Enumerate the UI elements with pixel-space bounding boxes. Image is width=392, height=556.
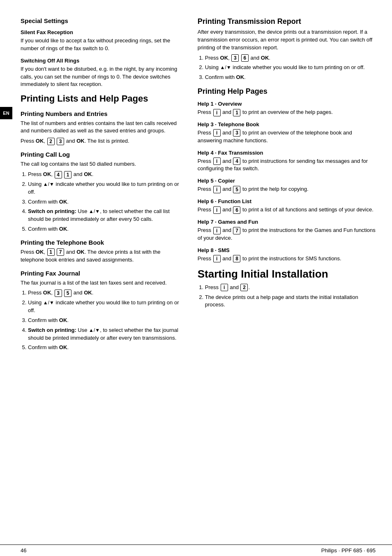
- key-i1: i: [213, 109, 221, 116]
- list-item: Using ▲/▼ indicate whether you would lik…: [205, 64, 376, 72]
- key-i6: i: [213, 206, 221, 214]
- right-column: Printing Transmission Report After every…: [191, 12, 376, 354]
- key-3: 3: [57, 138, 64, 145]
- call-log-steps: Press OK, 4 1 and OK. Using ▲/▼ indicate…: [21, 171, 181, 233]
- key-i5: i: [213, 186, 221, 193]
- key-i7: i: [213, 227, 221, 234]
- key-7: 7: [57, 248, 64, 256]
- fax-journal-steps: Press OK, 3 5 and OK. Using ▲/▼ indicate…: [21, 289, 181, 352]
- numbers-entries-heading: Printing Numbers and Entries: [21, 110, 181, 117]
- help8-heading: Help 8 · SMS: [198, 247, 376, 253]
- left-column: Special Settings Silent Fax Reception If…: [21, 12, 191, 354]
- telephone-book-heading: Printing the Telephone Book: [21, 239, 181, 246]
- list-item: Switch on printing: Use ▲/▼, to select w…: [28, 327, 181, 342]
- help6-heading: Help 6 · Function List: [198, 198, 376, 204]
- transmission-report-text: After every transmission, the device pri…: [198, 28, 376, 52]
- printing-lists-title: Printing Lists and Help Pages: [21, 93, 181, 104]
- ok-bold-1: OK: [36, 138, 44, 144]
- numbers-entries-instruction: Press OK, 2 3 and OK. The list is printe…: [21, 137, 181, 145]
- help3-text: Press i and 3 to print an overview of th…: [198, 129, 376, 145]
- numbers-entries-text: The list of numbers and entries contains…: [21, 120, 181, 135]
- list-item: Press OK, 3 6 and OK.: [205, 54, 376, 62]
- key-3b: 3: [231, 54, 239, 62]
- list-item: Press OK, 4 1 and OK.: [28, 171, 181, 178]
- switching-off-text: If you don't want to be disturbed, e.g. …: [21, 65, 181, 89]
- key-5b: 5: [233, 186, 240, 193]
- help8-text: Press i and 8 to print the instructions …: [198, 255, 376, 263]
- help1-text: Press i and 1 to print an overview of th…: [198, 109, 376, 116]
- list-item: Switch on printing: Use ▲/▼, to select w…: [28, 208, 181, 223]
- arrow-symbol: ▲/▼: [43, 181, 54, 187]
- help1-heading: Help 1 · Overview: [198, 101, 376, 107]
- list-item: The device prints out a help page and st…: [205, 294, 376, 309]
- key-i9: i: [221, 284, 228, 291]
- call-log-text: The call log contains the last 50 dialle…: [21, 160, 181, 168]
- silent-fax-heading: Silent Fax Reception: [21, 29, 181, 35]
- footer: 46 Philips · PPF 685 · 695: [0, 544, 392, 556]
- fax-journal-heading: Printing Fax Journal: [21, 270, 181, 277]
- silent-fax-text: If you would like to accept a fax withou…: [21, 37, 181, 53]
- footer-page-number: 46: [21, 547, 26, 554]
- help7-text: Press i and 7 to print the instructions …: [198, 227, 376, 242]
- language-label: EN: [3, 111, 9, 116]
- list-item: Confirm with OK.: [28, 344, 181, 352]
- starting-install-steps: Press i and 2. The device prints out a h…: [198, 284, 376, 309]
- key-5: 5: [64, 290, 71, 297]
- list-item: Confirm with OK.: [28, 317, 181, 324]
- silent-fax-text-content: If you would like to accept a fax withou…: [21, 37, 170, 51]
- help6-text: Press i and 6 to print a list of all fun…: [198, 206, 376, 214]
- key-4: 4: [55, 171, 62, 178]
- list-item: Press OK, 3 5 and OK.: [28, 289, 181, 297]
- page: EN Special Settings Silent Fax Reception…: [0, 0, 392, 556]
- help7-heading: Help 7 · Games and Fun: [198, 219, 376, 225]
- key-7b: 7: [233, 227, 240, 234]
- key-i4: i: [213, 158, 221, 165]
- list-item: Confirm with OK.: [28, 225, 181, 233]
- key-1: 1: [64, 171, 71, 178]
- key-4b: 4: [233, 158, 240, 165]
- help-pages-title: Printing Help Pages: [198, 87, 376, 96]
- key-3a: 3: [55, 290, 62, 297]
- language-tab: EN: [0, 107, 12, 119]
- list-item: Press i and 2.: [205, 284, 376, 292]
- key-8: 8: [233, 255, 240, 262]
- ok-bold-2: OK: [76, 138, 85, 144]
- key-1c: 1: [233, 109, 240, 116]
- help4-heading: Help 4 · Fax Transmission: [198, 150, 376, 156]
- starting-install-title: Starting Initial Installation: [198, 268, 376, 280]
- footer-brand: Philips · PPF 685 · 695: [321, 547, 376, 554]
- transmission-report-title: Printing Transmission Report: [198, 17, 376, 26]
- list-item: Using ▲/▼ indicate whether you would lik…: [28, 181, 181, 196]
- help5-heading: Help 5 · Copier: [198, 178, 376, 184]
- key-i3: i: [213, 129, 221, 137]
- fax-journal-text: The fax journal is a list of the last te…: [21, 279, 181, 287]
- key-6: 6: [241, 54, 249, 62]
- key-1b: 1: [47, 248, 55, 256]
- key-i8: i: [213, 255, 221, 262]
- help4-text: Press i and 4 to print instructions for …: [198, 158, 376, 173]
- list-item: Confirm with OK.: [28, 198, 181, 206]
- transmission-report-steps: Press OK, 3 6 and OK. Using ▲/▼ indicate…: [198, 54, 376, 82]
- list-item: Using ▲/▼ indicate whether you would lik…: [28, 299, 181, 315]
- key-2b: 2: [240, 284, 248, 291]
- switching-off-text-content: If you don't want to be disturbed, e.g. …: [21, 66, 177, 88]
- call-log-heading: Printing Call Log: [21, 151, 181, 158]
- help5-text: Press i and 5 to print the help for copy…: [198, 185, 376, 193]
- help3-heading: Help 3 · Telephone Book: [198, 121, 376, 127]
- switching-off-heading: Switching Off All Rings: [21, 58, 181, 64]
- key-6b: 6: [233, 206, 240, 214]
- key-2: 2: [47, 138, 55, 145]
- telephone-book-text: Press OK, 1 7 and OK. The device prints …: [21, 248, 181, 264]
- special-settings-title: Special Settings: [21, 17, 181, 24]
- key-3c: 3: [233, 129, 240, 137]
- list-item: Confirm with OK.: [205, 74, 376, 81]
